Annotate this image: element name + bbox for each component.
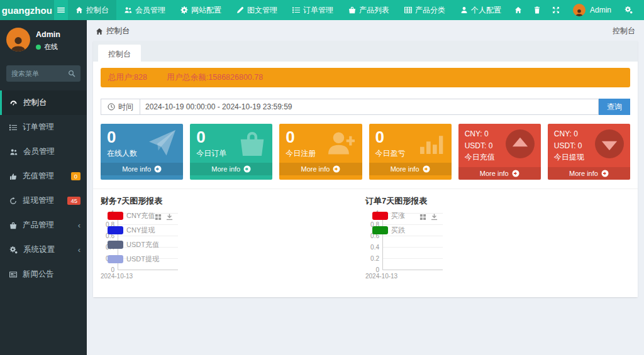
legend-label: USDT提现 (126, 254, 159, 264)
stat-box-0: 0在线人数More info (101, 124, 183, 180)
navbar-user-label: Admin (590, 6, 611, 14)
legend-marker (108, 241, 123, 249)
legend-item-CNY提现[interactable]: CNY提现 (108, 226, 159, 235)
hamburger-icon (57, 6, 65, 14)
query-button[interactable]: 查询 (599, 99, 630, 115)
sidebar: Admin 在线 控制台订单管理会员管理充值管理0提现管理45产品管理‹系统设置… (0, 20, 87, 355)
legend-item-CNY充值[interactable]: CNY充值 (108, 211, 159, 221)
sidebar-user-name: Admin (36, 30, 60, 39)
sidebar-item-label: 订单管理 (23, 122, 54, 133)
nav-item-图文管理[interactable]: 图文管理 (229, 0, 285, 20)
gridline (382, 270, 443, 270)
arrow-circle-right-icon (601, 170, 609, 177)
avatar (573, 4, 586, 16)
sidebar-search-input[interactable] (11, 70, 68, 77)
save-image-icon[interactable] (166, 214, 173, 221)
more-info-label: More info (569, 170, 598, 177)
stat-box-inner: 0今日订单 (190, 124, 272, 163)
sidebar-item-产品管理[interactable]: 产品管理‹ (0, 213, 87, 238)
y-tick-label: 0.2 (365, 255, 379, 262)
legend-item-USDT提现[interactable]: USDT提现 (108, 254, 159, 264)
legend-marker (372, 212, 388, 220)
chevron-left-icon: ‹ (78, 245, 80, 254)
nav-item-label: 产品列表 (359, 5, 389, 16)
chart-toolbox (155, 214, 173, 221)
sidebar-item-label: 充值管理 (23, 171, 54, 182)
tab-dashboard[interactable]: 控制台 (98, 45, 141, 64)
navbar-right-icons (509, 0, 565, 20)
user-icon (460, 6, 468, 14)
brand-logo[interactable]: guangzhou (0, 0, 54, 20)
data-view-icon[interactable] (419, 214, 426, 221)
legend-item-买跌[interactable]: 买跌 (372, 226, 405, 235)
date-range-input[interactable] (140, 99, 599, 115)
more-info-link[interactable]: More info (548, 167, 630, 180)
page-title: 控制台 (106, 26, 130, 36)
sidebar-item-订单管理[interactable]: 订单管理 (0, 115, 87, 139)
stat-box-1: 0今日订单More info (190, 124, 272, 180)
save-image-icon[interactable] (431, 214, 438, 221)
sidebar-item-新闻公告[interactable]: 新闻公告 (0, 262, 87, 287)
legend-marker (108, 226, 123, 234)
more-info-link[interactable]: More info (190, 163, 272, 175)
legend-item-买涨[interactable]: 买涨 (372, 211, 405, 221)
stat-line: USDT: 0 (465, 140, 535, 152)
chart-legend: 买涨买跌 (372, 211, 405, 240)
stat-line: CNY: 0 (554, 128, 624, 140)
more-info-link[interactable]: More info (369, 163, 452, 175)
online-status-dot (36, 45, 41, 50)
nav-item-会员管理[interactable]: 会员管理 (116, 0, 173, 20)
legend-item-USDT充值[interactable]: USDT充值 (108, 240, 159, 249)
expand-button[interactable] (547, 0, 565, 20)
nav-item-订单管理[interactable]: 订单管理 (285, 0, 341, 20)
nav-item-个人配置[interactable]: 个人配置 (453, 0, 509, 20)
sidebar-item-控制台[interactable]: 控制台 (0, 90, 87, 115)
gear-icon (180, 6, 188, 14)
trash-button[interactable] (528, 0, 547, 20)
sidebar-user-status: 在线 (36, 42, 60, 52)
stat-box-2: 0今日注册More info (279, 124, 362, 180)
sidebar-item-label: 产品管理 (23, 220, 54, 231)
sidebar-toggle-button[interactable] (54, 0, 68, 20)
cogs-icon (9, 246, 18, 254)
bag-icon (9, 222, 17, 229)
settings-menu-button[interactable] (619, 0, 638, 20)
x-tick-label: 2024-10-13 (101, 273, 133, 280)
more-info-link[interactable]: More info (279, 163, 362, 175)
sidebar-item-系统设置[interactable]: 系统设置‹ (0, 238, 87, 262)
chart-1: 订单7天图形报表10.80.60.40.202024-10-13买涨买跌 (365, 195, 630, 288)
navbar-user-menu[interactable]: Admin (568, 4, 616, 16)
nav-item-控制台[interactable]: 控制台 (68, 0, 116, 20)
stat-line: USDT: 0 (554, 140, 624, 152)
chart-title: 订单7天图形报表 (365, 195, 630, 207)
cogs-icon (625, 6, 633, 14)
search-icon[interactable] (68, 70, 75, 77)
stat-box-5: CNY: 0USDT: 0今日提现More info (548, 124, 630, 180)
sidebar-item-会员管理[interactable]: 会员管理 (0, 139, 87, 164)
refresh-icon (9, 197, 17, 205)
nav-item-产品分类[interactable]: 产品分类 (397, 0, 453, 20)
chart-title: 财务7天图形报表 (101, 195, 365, 207)
more-info-link[interactable]: More info (458, 167, 541, 180)
home-button[interactable] (509, 0, 528, 20)
stat-value: 0 (196, 128, 266, 146)
stat-value: 0 (107, 128, 177, 146)
nav-item-产品列表[interactable]: 产品列表 (341, 0, 397, 20)
dashboard-panel: 控制台 总用户:828 用户总余额:1586826800.78 时间 查询 0在… (93, 41, 638, 297)
main-content: 控制台 控制台 控制台 总用户:828 用户总余额:1586826800.78 … (87, 20, 644, 355)
chart-legend: CNY充值CNY提现USDT充值USDT提现 (108, 211, 159, 269)
sidebar-item-充值管理[interactable]: 充值管理0 (0, 164, 87, 188)
navbar-right: Admin (509, 0, 644, 20)
arrow-circle-right-icon (333, 165, 340, 173)
stat-box-inner: 0在线人数 (101, 124, 183, 163)
sidebar-menu: 控制台订单管理会员管理充值管理0提现管理45产品管理‹系统设置‹新闻公告 (0, 90, 87, 287)
more-info-link[interactable]: More info (101, 163, 183, 175)
dashboard-icon (9, 99, 18, 107)
sidebar-item-提现管理[interactable]: 提现管理45 (0, 188, 87, 213)
data-view-icon[interactable] (155, 214, 162, 221)
gridline (118, 270, 178, 270)
more-info-label: More info (391, 165, 419, 173)
nav-item-网站配置[interactable]: 网站配置 (173, 0, 229, 20)
newspaper-icon (9, 271, 17, 278)
stat-box-inner: CNY: 0USDT: 0今日充值 (458, 124, 541, 167)
